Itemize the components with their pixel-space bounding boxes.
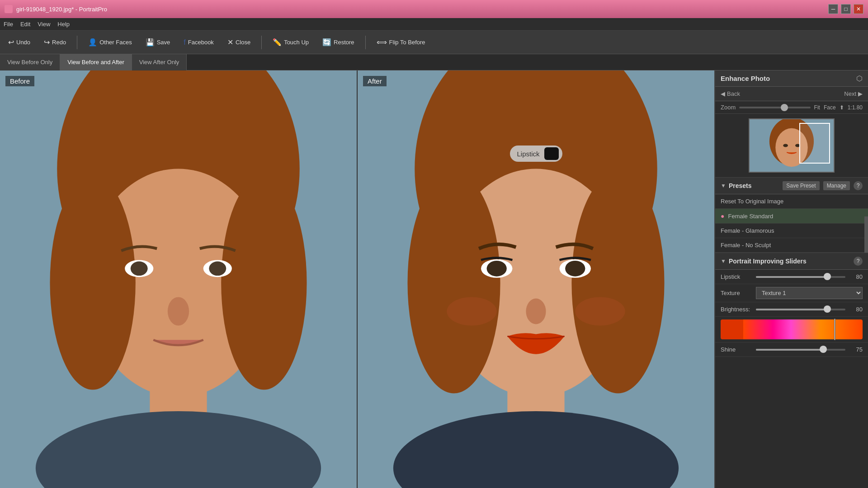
- svg-point-25: [575, 297, 625, 325]
- color-gradient-cursor: [834, 319, 835, 340]
- zoom-face-button[interactable]: Face: [824, 104, 836, 111]
- faces-icon: 👤: [88, 38, 97, 47]
- lipstick-slider-thumb[interactable]: [824, 273, 831, 280]
- presets-scrollbar[interactable]: [864, 216, 868, 253]
- undo-button[interactable]: ↩ Undo: [5, 36, 33, 48]
- close-icon: ✕: [227, 38, 233, 47]
- flip-icon: ⟺: [377, 38, 387, 47]
- app-icon: girl-919048_1920.jpg* - PortraitPro: [5, 5, 107, 13]
- svg-point-8: [131, 262, 148, 276]
- shine-slider-value: 75: [849, 346, 863, 353]
- menu-file[interactable]: File: [4, 21, 13, 28]
- redo-button[interactable]: ↪ Redo: [41, 36, 69, 48]
- after-image: [358, 70, 714, 488]
- before-face-svg: [0, 70, 357, 488]
- touchup-icon: ✏️: [273, 38, 282, 47]
- brightness-slider-track[interactable]: [756, 309, 845, 310]
- enhance-header: Enhance Photo ⬡: [715, 70, 868, 87]
- shine-slider-track[interactable]: [756, 349, 845, 351]
- svg-point-17: [407, 172, 500, 393]
- lipstick-slider-track[interactable]: [756, 276, 845, 278]
- texture-dropdown[interactable]: Texture 1: [756, 287, 863, 299]
- next-button[interactable]: Next ▶: [844, 90, 863, 97]
- presets-header: ▼ Presets Save Preset Manage ?: [715, 178, 868, 194]
- svg-point-11: [168, 297, 189, 325]
- svg-point-29: [783, 144, 788, 147]
- sliders-collapse-icon[interactable]: ▼: [721, 258, 726, 264]
- touch-up-button[interactable]: ✏️ Touch Up: [270, 36, 311, 48]
- enhance-title: Enhance Photo: [721, 75, 770, 82]
- brightness-slider-thumb[interactable]: [824, 305, 831, 313]
- svg-point-10: [209, 262, 226, 276]
- lipstick-overlay-label: Lipstick: [517, 150, 539, 158]
- presets-title: Presets: [729, 182, 752, 189]
- title-text: girl-919048_1920.jpg* - PortraitPro: [16, 6, 107, 13]
- redo-icon: ↪: [44, 38, 50, 47]
- presets-help-button[interactable]: ?: [854, 181, 863, 190]
- main-content: Before: [0, 70, 868, 488]
- next-arrow-icon: ▶: [858, 90, 863, 97]
- lipstick-slider-value: 80: [849, 273, 863, 280]
- zoom-slider[interactable]: [739, 107, 810, 108]
- color-swatch-left[interactable]: [721, 319, 743, 339]
- zoom-stepper-icon: ⬆: [840, 104, 844, 111]
- brightness-slider-label: Brightness:: [721, 306, 752, 313]
- texture-row: Texture Texture 1: [715, 284, 868, 302]
- save-button[interactable]: 💾 Save: [143, 36, 173, 48]
- after-panel: After Lipstick: [358, 70, 714, 488]
- color-gradient-bar[interactable]: [743, 319, 863, 339]
- view-before-and-after-button[interactable]: View Before and After: [60, 54, 132, 70]
- before-panel: Before: [0, 70, 358, 488]
- preset-item-female-standard[interactable]: ● Female Standard: [715, 209, 868, 224]
- facebook-icon: f: [184, 38, 185, 47]
- svg-point-6: [221, 176, 307, 389]
- menu-view[interactable]: View: [38, 21, 50, 28]
- svg-point-20: [487, 261, 507, 277]
- thumbnail-area: [715, 114, 868, 178]
- divider-1: [77, 36, 77, 49]
- sliders-title: Portrait Improving Sliders: [729, 258, 807, 265]
- save-preset-button[interactable]: Save Preset: [783, 181, 819, 190]
- view-after-only-button[interactable]: View After Only: [132, 54, 187, 70]
- brightness-slider-row: Brightness: 80: [715, 302, 868, 317]
- enhance-expand-icon[interactable]: ⬡: [856, 74, 863, 83]
- before-label: Before: [5, 76, 34, 86]
- svg-point-18: [571, 172, 664, 393]
- menu-edit[interactable]: Edit: [20, 21, 30, 28]
- color-picker-container: [721, 319, 863, 339]
- thumbnail-selection-box: [799, 123, 830, 164]
- back-button[interactable]: ◀ Back: [721, 90, 740, 97]
- close-window-button[interactable]: ✕: [854, 4, 863, 14]
- sliders-help-button[interactable]: ?: [854, 257, 863, 266]
- zoom-fit-button[interactable]: Fit: [814, 104, 820, 111]
- view-before-only-button[interactable]: View Before Only: [0, 54, 60, 70]
- maximize-button[interactable]: □: [841, 4, 851, 14]
- lipstick-color-swatch: [544, 147, 559, 160]
- preset-selected-icon: ●: [721, 212, 724, 220]
- preset-item-glamorous[interactable]: Female - Glamorous: [715, 224, 868, 238]
- preset-item-reset[interactable]: Reset To Original Image: [715, 194, 868, 209]
- zoom-label: Zoom: [721, 104, 736, 111]
- menu-help[interactable]: Help: [57, 21, 70, 28]
- other-faces-button[interactable]: 👤 Other Faces: [85, 36, 135, 48]
- facebook-button[interactable]: f Facebook: [181, 37, 217, 48]
- sliders-section: ▼ Portrait Improving Sliders ? Lipstick …: [715, 253, 868, 357]
- after-label: After: [363, 76, 387, 86]
- toolbar: ↩ Undo ↪ Redo 👤 Other Faces 💾 Save f Fac…: [0, 31, 868, 54]
- titlebar: girl-919048_1920.jpg* - PortraitPro ─ □ …: [0, 0, 868, 18]
- menubar: File Edit View Help: [0, 18, 868, 31]
- shine-slider-thumb[interactable]: [820, 346, 827, 353]
- svg-point-22: [565, 261, 585, 277]
- close-button[interactable]: ✕ Close: [225, 36, 253, 48]
- sliders-header: ▼ Portrait Improving Sliders ?: [715, 253, 868, 270]
- restore-button[interactable]: 🔄 Restore: [320, 36, 357, 48]
- manage-button[interactable]: Manage: [823, 181, 850, 190]
- presets-collapse-icon[interactable]: ▼: [721, 183, 726, 189]
- after-face-svg: [358, 70, 714, 488]
- minimize-button[interactable]: ─: [828, 4, 838, 14]
- nav-row: ◀ Back Next ▶: [715, 87, 868, 101]
- lipstick-slider-label: Lipstick: [721, 273, 752, 280]
- divider-2: [261, 36, 262, 49]
- flip-to-before-button[interactable]: ⟺ Flip To Before: [374, 36, 428, 48]
- preset-item-no-sculpt[interactable]: Female - No Sculpt: [715, 238, 868, 253]
